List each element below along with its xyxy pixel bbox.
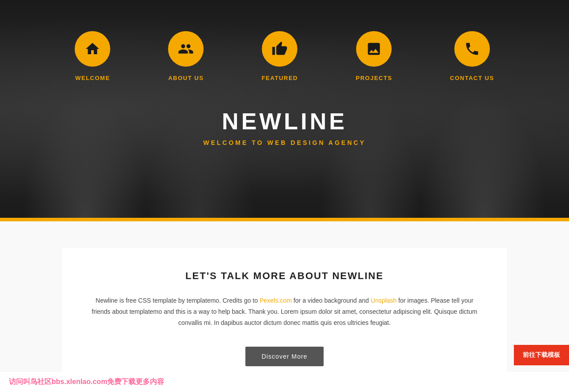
hero-subtitle: WELCOME TO WEB DESIGN AGENCY bbox=[203, 139, 366, 146]
welcome-label: WELCOME bbox=[75, 75, 110, 81]
about-text-part1: Newline is free CSS template by template… bbox=[96, 297, 260, 304]
nav-item-welcome[interactable]: WELCOME bbox=[75, 31, 110, 81]
download-button[interactable]: 前往下载模板 bbox=[514, 345, 569, 365]
contact-icon-circle bbox=[454, 31, 490, 67]
featured-icon-circle bbox=[262, 31, 297, 67]
about-inner: LET'S TALK MORE ABOUT NEWLINE Newline is… bbox=[62, 248, 507, 392]
about-heading: LET'S TALK MORE ABOUT NEWLINE bbox=[185, 270, 384, 282]
watermark-text: 访问叫鸟社区bbs.xlenlao.com免费下载更多内容 bbox=[9, 378, 164, 385]
phone-icon bbox=[464, 41, 480, 57]
welcome-icon-circle bbox=[75, 31, 110, 67]
about-label: ABOUT US bbox=[168, 75, 204, 81]
nav-item-featured[interactable]: FEATURED bbox=[261, 31, 298, 81]
nav-item-projects[interactable]: PROJECTS bbox=[356, 31, 392, 81]
home-icon bbox=[84, 41, 100, 57]
projects-icon-circle bbox=[356, 31, 392, 67]
unsplash-link[interactable]: Unsplash bbox=[371, 297, 397, 304]
hero-text-block: NEWLINE WELCOME TO WEB DESIGN AGENCY bbox=[203, 108, 366, 146]
image-icon bbox=[366, 41, 382, 57]
watermark-bar: 访问叫鸟社区bbs.xlenlao.com免费下载更多内容 bbox=[0, 372, 569, 392]
pexels-link[interactable]: Pexels.com bbox=[260, 297, 292, 304]
thumbsup-icon bbox=[272, 41, 288, 57]
projects-label: PROJECTS bbox=[356, 75, 392, 81]
people-icon bbox=[178, 41, 194, 57]
about-section: LET'S TALK MORE ABOUT NEWLINE Newline is… bbox=[0, 221, 569, 392]
featured-label: FEATURED bbox=[261, 75, 298, 81]
nav-icons: WELCOME ABOUT US FEATURED bbox=[75, 31, 494, 81]
discover-more-button[interactable]: Discover More bbox=[245, 347, 323, 366]
nav-item-about[interactable]: ABOUT US bbox=[168, 31, 204, 81]
yellow-divider bbox=[0, 218, 569, 221]
about-text-part2: for a video background and bbox=[292, 297, 370, 304]
hero-section: WELCOME ABOUT US FEATURED bbox=[0, 0, 569, 218]
hero-title: NEWLINE bbox=[203, 108, 366, 135]
contact-label: CONTACT US bbox=[450, 75, 494, 81]
about-text: Newline is free CSS template by template… bbox=[89, 295, 480, 329]
about-icon-circle bbox=[168, 31, 204, 67]
nav-item-contact[interactable]: CONTACT US bbox=[450, 31, 494, 81]
